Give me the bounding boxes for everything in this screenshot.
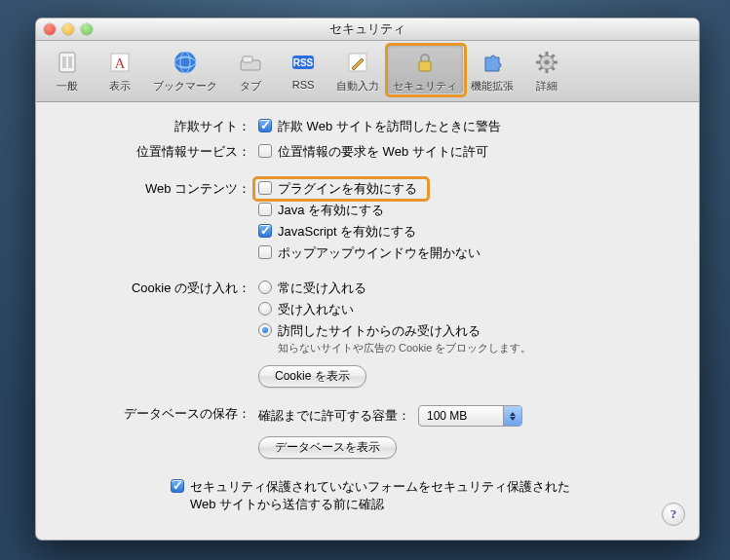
toolbar-advanced[interactable]: 詳細 bbox=[521, 45, 572, 93]
cookie-always-text: 常に受け入れる bbox=[278, 280, 366, 297]
cookie-never-text: 受け入れない bbox=[278, 301, 354, 318]
preferences-window: セキュリティ 一般A 表示 ブックマーク タブRSS RSS 自動入力 セキュリ… bbox=[35, 18, 700, 541]
toolbar-security[interactable]: セキュリティ bbox=[387, 45, 463, 93]
enable-java-text: Java を有効にする bbox=[278, 202, 384, 219]
svg-rect-1 bbox=[62, 56, 66, 68]
cookie-note: 知らないサイトや広告の Cookie をブロックします。 bbox=[278, 341, 673, 355]
gear-icon bbox=[531, 47, 562, 78]
svg-rect-9 bbox=[243, 56, 252, 62]
toolbar-general[interactable]: 一般 bbox=[42, 45, 93, 93]
toolbar-rss[interactable]: RSS RSS bbox=[278, 45, 328, 91]
toolbar-advanced-label: 詳細 bbox=[536, 79, 557, 93]
toolbar-appearance[interactable]: A 表示 bbox=[95, 45, 145, 93]
svg-point-23 bbox=[545, 60, 550, 65]
toolbar-extensions-label: 機能拡張 bbox=[471, 79, 514, 93]
block-popups-checkbox[interactable] bbox=[258, 245, 272, 259]
cookies-label: Cookie の受け入れ： bbox=[56, 280, 258, 388]
toolbar: 一般A 表示 ブックマーク タブRSS RSS 自動入力 セキュリティ 機能拡張… bbox=[36, 41, 699, 102]
location-allow-checkbox[interactable] bbox=[258, 144, 272, 158]
help-button[interactable]: ? bbox=[662, 503, 685, 526]
svg-rect-2 bbox=[68, 56, 72, 68]
rss-icon: RSS bbox=[288, 47, 319, 78]
cookie-visited-radio[interactable] bbox=[258, 323, 272, 337]
svg-line-20 bbox=[539, 55, 542, 57]
toolbar-autofill[interactable]: 自動入力 bbox=[330, 45, 385, 93]
svg-text:A: A bbox=[115, 56, 126, 71]
svg-text:RSS: RSS bbox=[293, 57, 314, 68]
toolbar-extensions[interactable]: 機能拡張 bbox=[465, 45, 519, 93]
insecure-form-text: セキュリティ保護されていないフォームをセキュリティ保護された Web サイトから… bbox=[190, 478, 590, 513]
fraud-label: 詐欺サイト： bbox=[56, 118, 258, 139]
location-label: 位置情報サービス： bbox=[56, 143, 258, 165]
enable-javascript-checkbox[interactable] bbox=[258, 224, 272, 238]
toolbar-bookmarks[interactable]: ブックマーク bbox=[147, 45, 223, 93]
location-allow-text: 位置情報の要求を Web サイトに許可 bbox=[278, 143, 488, 161]
toolbar-tabs-label: タブ bbox=[240, 79, 261, 93]
svg-point-5 bbox=[174, 52, 196, 73]
switch-icon bbox=[52, 47, 83, 78]
toolbar-general-label: 一般 bbox=[57, 79, 78, 93]
fraud-warning-text: 詐欺 Web サイトを訪問したときに警告 bbox=[278, 118, 501, 135]
toolbar-tabs[interactable]: タブ bbox=[225, 45, 276, 93]
database-quota-label: 確認までに許可する容量： bbox=[258, 407, 410, 425]
font-icon: A bbox=[104, 47, 135, 78]
toolbar-rss-label: RSS bbox=[292, 79, 315, 91]
titlebar: セキュリティ bbox=[36, 19, 699, 41]
content-pane: 詐欺サイト： 詐欺 Web サイトを訪問したときに警告 位置情報サービス： 位置… bbox=[36, 102, 699, 540]
toolbar-appearance-label: 表示 bbox=[109, 79, 131, 93]
webcontent-label: Web コンテンツ： bbox=[56, 180, 258, 266]
svg-line-22 bbox=[552, 55, 555, 57]
insecure-form-checkbox[interactable] bbox=[171, 479, 184, 493]
svg-line-16 bbox=[552, 67, 555, 70]
select-arrows-icon bbox=[503, 406, 521, 426]
pen-icon bbox=[342, 47, 373, 78]
toolbar-bookmarks-label: ブックマーク bbox=[153, 79, 217, 93]
toolbar-security-label: セキュリティ bbox=[393, 79, 457, 93]
database-label: データベースの保存： bbox=[56, 405, 258, 459]
database-quota-select[interactable]: 100 MB bbox=[418, 405, 522, 427]
enable-java-checkbox[interactable] bbox=[258, 203, 272, 216]
svg-rect-13 bbox=[419, 61, 431, 71]
lock-icon bbox=[409, 47, 441, 78]
database-quota-value: 100 MB bbox=[419, 409, 503, 423]
enable-javascript-text: JavaScript を有効にする bbox=[278, 223, 416, 241]
show-cookies-button[interactable]: Cookie を表示 bbox=[258, 365, 366, 388]
enable-plugins-checkbox[interactable] bbox=[258, 181, 272, 195]
svg-rect-0 bbox=[59, 53, 75, 72]
enable-plugins-text: プラグインを有効にする bbox=[278, 180, 417, 198]
show-databases-button[interactable]: データベースを表示 bbox=[258, 436, 397, 459]
toolbar-autofill-label: 自動入力 bbox=[336, 79, 379, 93]
cookie-always-radio[interactable] bbox=[258, 280, 272, 294]
tab-icon bbox=[235, 47, 266, 78]
puzzle-icon bbox=[477, 47, 508, 78]
cookie-never-radio[interactable] bbox=[258, 302, 272, 316]
globe-icon bbox=[170, 47, 201, 78]
svg-line-18 bbox=[539, 67, 542, 70]
cookie-visited-text: 訪問したサイトからのみ受け入れる bbox=[278, 322, 480, 340]
fraud-warning-checkbox[interactable] bbox=[258, 119, 272, 132]
block-popups-text: ポップアップウインドウを開かない bbox=[278, 244, 480, 262]
window-title: セキュリティ bbox=[36, 20, 699, 38]
